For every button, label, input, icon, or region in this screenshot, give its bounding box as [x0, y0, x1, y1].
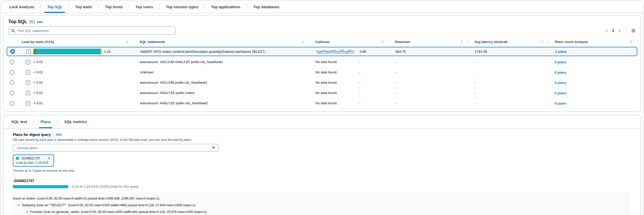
search-icon [11, 29, 15, 33]
no-data-label: No data found. [315, 81, 337, 84]
tab-top-session-types[interactable]: Top session types [160, 1, 205, 13]
filter-icon[interactable]: ▽ [382, 40, 384, 43]
plans-count-link[interactable]: 0 plans [555, 60, 566, 64]
plans-count-link[interactable]: 0 plans [555, 71, 566, 74]
row-radio[interactable] [10, 101, 14, 106]
sql-statement-link[interactable]: autovacuum: VACUUM ANALYZE public.rds_he… [140, 60, 223, 64]
rows-per-sec-value: - [389, 60, 468, 64]
col-header-calls: Calls/sec ▽ [309, 38, 389, 46]
tab-top-waits[interactable]: Top waits [69, 1, 99, 13]
tab-lock-analysis[interactable]: Lock Analysis [3, 1, 41, 13]
table-row[interactable]: + < 0.01 autovacuum: ANALYZE public.rds_… [7, 98, 637, 108]
col-header-load: Load by waits (AAS) ▽ [18, 38, 133, 46]
table-row[interactable]: + < 0.01 autovacuum: VACUUM public.rds_h… [7, 78, 637, 88]
row-radio[interactable] [10, 60, 14, 64]
col-label-rows: Rows/sec [395, 40, 410, 44]
tab-top-users[interactable]: Top users [129, 1, 159, 13]
top-sql-info-link[interactable]: Info [37, 20, 43, 24]
plan-line: -> Subquery Scan on "*SELECT*" (cost=0.0… [13, 202, 628, 209]
settings-gear-icon[interactable]: ⚙ [631, 28, 636, 33]
expand-row-icon[interactable]: + [26, 70, 30, 75]
plans-count-link[interactable]: 0 plans [555, 101, 566, 105]
plan-id-heading: -2026621747 [13, 179, 631, 183]
expand-row-icon[interactable]: + [26, 49, 31, 54]
dimension-tabs: Lock Analysis Top SQL Top waits Top host… [1, 1, 643, 13]
table-row[interactable]: + 1.24 INSERT INTO orders (orderId,itemD… [7, 47, 637, 56]
choose-plans-placeholder: Choose plans [17, 146, 37, 150]
row-radio-selected[interactable] [10, 49, 15, 54]
table-row[interactable]: + < 0.01 autovacuum: ANALYZE public.orde… [7, 88, 637, 98]
calls-value: - [359, 91, 360, 95]
sql-statement-link[interactable]: autovacuum: ANALYZE public.orders [140, 91, 195, 95]
col-label-load: Load by waits (AAS) [22, 40, 54, 44]
choose-plans-select[interactable]: Choose plans [13, 144, 219, 152]
table-row[interactable]: + < 0.01 autovacuum: VACUUM ANALYZE publ… [7, 57, 637, 67]
load-value: < 0.01 [33, 91, 43, 95]
dismiss-chip-icon[interactable]: ✕ [48, 157, 51, 160]
load-value: < 0.01 [33, 101, 43, 105]
rows-per-sec-value: - [389, 101, 468, 105]
plan-color-swatch-icon [16, 157, 19, 160]
sql-statement-link[interactable]: autovacuum: VACUUM public.rds_heartbeat2 [140, 81, 207, 84]
tab-sql-text[interactable]: SQL text [5, 115, 34, 128]
rows-per-sec-value: - [389, 70, 468, 74]
details-tabs: SQL text Plans SQL metrics [3, 115, 641, 128]
rows-per-sec-value: - [389, 91, 468, 95]
next-page-button[interactable] [618, 29, 621, 32]
row-radio[interactable] [10, 80, 14, 85]
no-data-label: No data found. [315, 70, 337, 74]
filter-icon[interactable]: ▽ [630, 40, 632, 43]
chip-plan-id: -2026621747 [21, 156, 40, 160]
plans-count-link[interactable]: 1 plans [555, 50, 567, 54]
tab-plans[interactable]: Plans [34, 115, 57, 128]
filter-icon[interactable]: ▽ [541, 40, 543, 43]
expand-row-icon[interactable]: + [26, 101, 30, 106]
sql-statement-link[interactable]: autovacuum: ANALYZE public.rds_heartbeat… [140, 101, 208, 105]
table-header: Load by waits (AAS) ▽ SQL statements ▽ C… [7, 37, 637, 46]
row-radio[interactable] [10, 91, 14, 95]
expand-row-icon[interactable]: + [26, 60, 30, 64]
execution-plan-output: Insert on orders (cost=0.00..62.50 rows=… [11, 193, 631, 215]
calls-value: - [359, 70, 360, 74]
tab-top-applications[interactable]: Top applications [205, 1, 247, 13]
expand-row-icon[interactable]: + [26, 80, 30, 85]
filter-icon[interactable]: ▽ [302, 40, 304, 43]
sql-details-card: SQL text Plans SQL metrics Plans for dig… [3, 115, 641, 215]
tab-top-hosts[interactable]: Top hosts [99, 1, 129, 13]
rows-per-sec-value: - [389, 81, 468, 84]
plan-load-summary: 1.24 of 1.24 AAS (100%) total for this q… [72, 185, 139, 188]
no-data-label: No data found. [315, 101, 337, 105]
calls-value: - [359, 101, 360, 105]
col-header-sql: SQL statements ▽ [133, 38, 309, 46]
title-divider [53, 133, 54, 136]
rows-per-sec-value: 683.75 [389, 50, 469, 54]
row-radio[interactable] [10, 70, 14, 75]
prev-page-button[interactable] [606, 29, 608, 32]
chevron-down-icon [212, 147, 215, 149]
selected-plan-chip: -2026621747 ✕ Load by plan: 1.24 AAS [13, 154, 54, 167]
plans-count-link[interactable]: 0 plans [555, 81, 566, 85]
load-value: 1.24 [104, 50, 110, 54]
filter-icon[interactable]: ▽ [461, 40, 463, 43]
top-sql-title: Top SQL [8, 19, 27, 24]
plan-line: -> Function Scan on generate_series (cos… [13, 209, 628, 215]
filter-icon[interactable]: ▽ [126, 40, 128, 43]
avg-latency-value: - [468, 70, 548, 74]
avg-latency-value: - [468, 91, 548, 95]
load-value: < 0.01 [33, 60, 43, 64]
no-data-label: No data found. [315, 60, 337, 64]
load-by-waits-bar [33, 49, 101, 54]
plans-info-link[interactable]: Info [56, 133, 62, 136]
table-row[interactable]: + < 0.01 Unknown No data found. - - - 0 … [7, 67, 637, 78]
plan-line: Insert on orders (cost=0.00..62.50 rows=… [13, 195, 628, 202]
sql-statement-link[interactable]: INSERT INTO orders (orderId,itemDescript… [140, 50, 267, 54]
plans-count-link[interactable]: 0 plans [555, 91, 566, 95]
page-number[interactable]: 1 [612, 29, 614, 33]
sql-statement-link[interactable]: Unknown [140, 70, 154, 74]
tab-top-databases[interactable]: Top databases [247, 1, 286, 13]
no-data-label: No data found. [315, 91, 337, 95]
search-input[interactable] [17, 29, 173, 33]
expand-row-icon[interactable]: + [26, 91, 30, 95]
tab-top-sql[interactable]: Top SQL [41, 1, 69, 13]
tab-sql-metrics[interactable]: SQL metrics [57, 115, 93, 128]
